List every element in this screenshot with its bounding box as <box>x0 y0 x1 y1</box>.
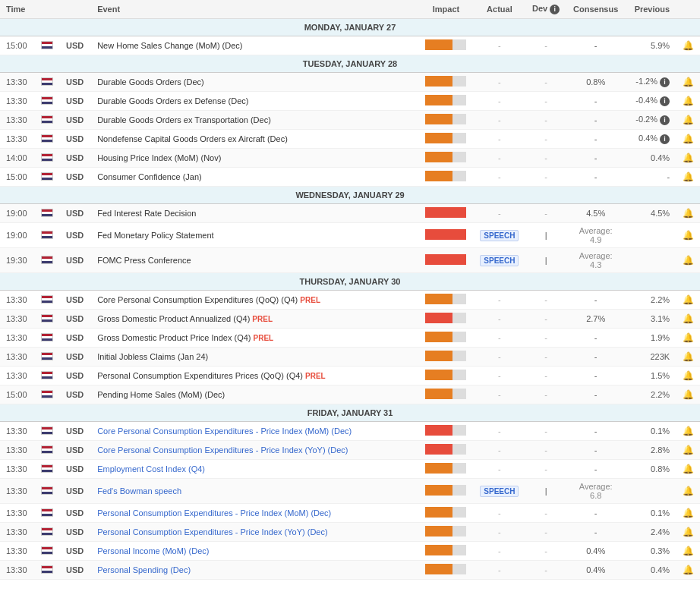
actual-value: - <box>498 295 501 304</box>
info-icon[interactable]: i <box>660 77 670 87</box>
consensus-cell: - <box>566 441 625 460</box>
dev-cell: - <box>525 310 566 329</box>
bell-icon[interactable]: 🔔 <box>683 134 694 144</box>
bell-icon[interactable]: 🔔 <box>683 294 694 305</box>
bell-icon[interactable]: 🔔 <box>683 508 694 518</box>
impact-bar <box>425 526 466 536</box>
bell-icon[interactable]: 🔔 <box>683 313 694 324</box>
previous-cell: 1.9% <box>625 329 676 348</box>
bell-cell: 🔔 <box>676 248 700 273</box>
day-header-label: WEDNESDAY, JANUARY 29 <box>0 187 700 204</box>
dev-value: - <box>544 96 547 105</box>
event-link[interactable]: Personal Consumption Expenditures - Pric… <box>97 508 331 518</box>
previous-value: 0.3% <box>651 546 670 555</box>
actual-value: - <box>498 41 501 50</box>
impact-cell <box>419 523 474 542</box>
previous-cell: 0.1% <box>625 422 676 441</box>
event-cell: Durable Goods Orders ex Transportation (… <box>91 111 418 130</box>
consensus-cell: - <box>566 367 625 385</box>
table-row: 19:00 USD Fed Monetary Policy Statement … <box>0 223 700 248</box>
dev-value: - <box>544 77 547 87</box>
bell-icon[interactable]: 🔔 <box>683 426 694 436</box>
bell-icon[interactable]: 🔔 <box>683 546 694 556</box>
prel-tag: PREL <box>300 296 320 304</box>
bell-icon[interactable]: 🔔 <box>683 527 694 537</box>
event-cell: Personal Spending (Dec) <box>91 561 418 580</box>
event-link[interactable]: Personal Consumption Expenditures - Pric… <box>97 527 327 536</box>
bell-icon[interactable]: 🔔 <box>683 565 694 575</box>
table-row: 19:30 USD FOMC Press Conference SPEECH |… <box>0 248 700 273</box>
bell-icon[interactable]: 🔔 <box>683 389 694 400</box>
bell-icon[interactable]: 🔔 <box>683 486 694 496</box>
bell-cell: 🔔 <box>676 523 700 542</box>
info-icon[interactable]: i <box>660 96 670 106</box>
currency-cell: USD <box>60 130 91 149</box>
dev-cell: - <box>525 348 566 367</box>
header-flag-spacer <box>35 0 60 19</box>
impact-cell <box>419 422 474 441</box>
impact-cell <box>419 130 474 149</box>
info-icon[interactable]: i <box>660 115 670 125</box>
event-link[interactable]: Employment Cost Index (Q4) <box>97 464 205 474</box>
event-link[interactable]: Core Personal Consumption Expenditures -… <box>97 426 352 436</box>
dev-info-icon[interactable]: i <box>550 5 560 14</box>
actual-value: - <box>498 508 501 518</box>
actual-value: - <box>498 333 501 342</box>
currency-cell: USD <box>60 92 91 111</box>
impact-bar <box>425 39 466 50</box>
bell-icon[interactable]: 🔔 <box>683 445 694 455</box>
table-row: 15:00 USD New Home Sales Change (MoM) (D… <box>0 36 700 55</box>
info-icon[interactable]: i <box>660 134 670 144</box>
bell-icon[interactable]: 🔔 <box>683 370 694 381</box>
us-flag-icon <box>41 508 53 517</box>
dev-cell: - <box>525 130 566 149</box>
bell-icon[interactable]: 🔔 <box>683 464 694 474</box>
consensus-value: - <box>594 134 598 143</box>
currency-cell: USD <box>60 561 91 580</box>
bell-icon[interactable]: 🔔 <box>683 153 694 163</box>
actual-cell: - <box>473 441 525 460</box>
flag-cell <box>35 329 60 348</box>
bell-icon[interactable]: 🔔 <box>683 208 694 219</box>
event-time: 13:30 <box>0 422 35 441</box>
event-link[interactable]: Fed's Bowman speech <box>97 486 181 496</box>
impact-bar <box>425 332 466 342</box>
actual-value: - <box>498 352 501 361</box>
bell-icon[interactable]: 🔔 <box>683 77 694 87</box>
previous-cell <box>625 223 676 248</box>
impact-bar <box>425 564 466 574</box>
flag-cell <box>35 561 60 580</box>
bell-cell: 🔔 <box>676 204 700 223</box>
event-link[interactable]: Personal Spending (Dec) <box>97 565 191 574</box>
event-link[interactable]: Personal Income (MoM) (Dec) <box>97 546 209 555</box>
previous-cell: 0.1% <box>625 504 676 523</box>
impact-cell <box>419 73 474 92</box>
bell-icon[interactable]: 🔔 <box>683 255 694 266</box>
table-row: 13:30 USD Gross Domestic Product Annuali… <box>0 310 700 329</box>
actual-cell: - <box>473 92 525 111</box>
previous-value: 0.1% <box>651 508 670 518</box>
impact-bar <box>425 294 466 304</box>
dev-cell: | <box>525 248 566 273</box>
header-impact: Impact <box>419 0 474 19</box>
event-link[interactable]: Core Personal Consumption Expenditures -… <box>97 445 348 455</box>
bell-icon[interactable]: 🔔 <box>683 96 694 106</box>
bell-icon[interactable]: 🔔 <box>683 115 694 125</box>
table-row: 13:30 USD Gross Domestic Product Price I… <box>0 329 700 348</box>
bell-cell: 🔔 <box>676 168 700 187</box>
event-name: Core Personal Consumption Expenditures (… <box>97 295 298 304</box>
dev-cell: - <box>525 422 566 441</box>
previous-value: 2.8% <box>651 445 670 455</box>
dev-value: - <box>544 153 547 162</box>
actual-cell: - <box>473 36 525 55</box>
bell-icon[interactable]: 🔔 <box>683 332 694 343</box>
us-flag-icon <box>41 565 53 574</box>
bell-icon[interactable]: 🔔 <box>683 40 694 51</box>
currency-cell: USD <box>60 367 91 385</box>
previous-value: 0.4% <box>651 153 670 162</box>
bell-icon[interactable]: 🔔 <box>683 351 694 362</box>
currency-cell: USD <box>60 248 91 273</box>
bell-icon[interactable]: 🔔 <box>683 230 694 241</box>
event-time: 13:30 <box>0 367 35 385</box>
bell-icon[interactable]: 🔔 <box>683 171 694 182</box>
